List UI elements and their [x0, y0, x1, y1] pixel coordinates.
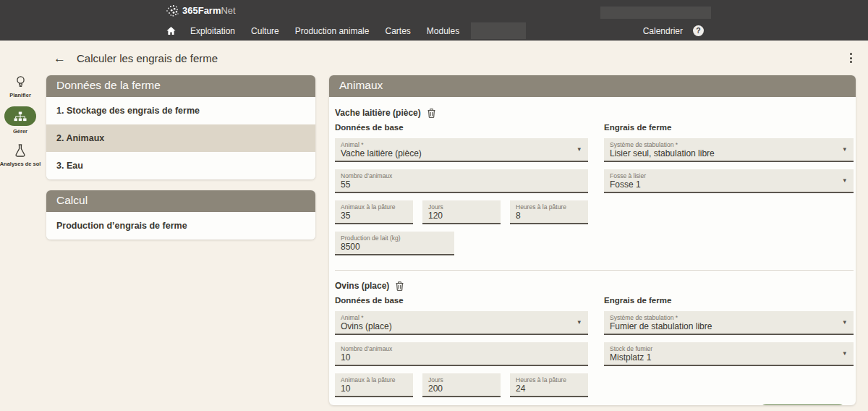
rail-item-analyses-de-sol[interactable]: Analyses de sol — [0, 143, 41, 167]
pasture-animals-input[interactable]: Animaux à la pâture 10 — [335, 373, 413, 397]
animals-panel-footer: Ajouter un animal — [335, 404, 854, 405]
help-icon[interactable]: ? — [693, 25, 704, 36]
section-divider — [335, 270, 854, 271]
chevron-down-icon: ▾ — [843, 349, 846, 357]
nav-modules[interactable]: Modules — [419, 26, 467, 36]
animal-section-vache-laitiere: Vache laitière (pièce) — [335, 108, 854, 263]
manure-storage-select[interactable]: Stock de fumier Mistplatz 1 ▾ — [604, 342, 854, 366]
back-arrow-icon[interactable]: ← — [54, 52, 66, 64]
slurry-pit-select[interactable]: Fosse à lisier Fosse 1 ▾ — [604, 169, 854, 193]
trash-icon[interactable] — [427, 109, 435, 118]
kebab-menu-icon[interactable] — [846, 50, 856, 66]
content-columns: Données de la ferme 1. Stockage des engr… — [41, 75, 868, 405]
animal-select[interactable]: Animal * Ovins (place) ▾ — [335, 311, 588, 335]
animal-count-input[interactable]: Nombre d’animaux 10 — [335, 342, 588, 366]
add-animal-button[interactable]: Ajouter un animal — [757, 404, 848, 405]
animal-section-ovins: Ovins (place) Données — [335, 281, 854, 404]
chevron-down-icon: ▾ — [577, 318, 581, 326]
manure-column: Engrais de ferme Système de stabulation … — [604, 122, 854, 200]
days-input[interactable]: Jours 120 — [422, 200, 501, 224]
animal-section-name: Ovins (place) — [335, 281, 389, 291]
step-item-stockage[interactable]: 1. Stockage des engrais de ferme — [46, 97, 315, 124]
topbar-logo-row: 365FarmNet — [0, 0, 868, 21]
chevron-down-icon: ▾ — [843, 318, 846, 326]
left-icon-rail: Planifier — [0, 41, 41, 411]
animal-section-name: Vache laitière (pièce) — [335, 108, 421, 118]
manure-heading: Engrais de ferme — [604, 295, 854, 305]
top-navigation-bar: 365FarmNet Exploitation Culture Producti… — [0, 0, 868, 41]
calc-panel: Calcul Production d’engrais de ferme — [46, 190, 315, 240]
base-data-column: Données de base Animal * Ovins (place) ▾… — [335, 295, 588, 404]
page-title: Calculer les engrais de ferme — [77, 52, 218, 64]
lightbulb-icon — [14, 74, 27, 90]
housing-system-select[interactable]: Système de stabulation * Lisier seul, st… — [604, 138, 854, 162]
manure-heading: Engrais de ferme — [604, 122, 854, 132]
logo-text: 365FarmNet — [182, 5, 236, 16]
step-item-eau[interactable]: 3. Eau — [46, 152, 315, 179]
base-data-column: Données de base Animal * Vache laitière … — [335, 122, 588, 263]
manure-column: Engrais de ferme Système de stabulation … — [604, 295, 854, 373]
animals-panel: Animaux Vache laitière (pièce) — [329, 75, 856, 405]
animals-panel-body: Vache laitière (pièce) — [329, 97, 856, 405]
active-pill — [4, 106, 36, 126]
pasture-animals-input[interactable]: Animaux à la pâture 35 — [335, 200, 413, 224]
trash-icon[interactable] — [396, 281, 404, 291]
page-layout: Planifier — [0, 41, 868, 411]
rail-item-gerer[interactable]: Gérer — [4, 106, 36, 135]
nav-production-animale[interactable]: Production animale — [287, 26, 378, 36]
farm-data-panel-title: Données de la ferme — [46, 75, 315, 97]
redacted-search-field[interactable] — [600, 7, 711, 19]
nav-cartes[interactable]: Cartes — [377, 26, 418, 36]
animal-select[interactable]: Animal * Vache laitière (pièce) ▾ — [335, 138, 588, 162]
housing-system-select[interactable]: Système de stabulation * Fumier de stabu… — [604, 311, 854, 335]
sitemap-icon — [14, 111, 27, 122]
rail-item-planifier[interactable]: Planifier — [9, 74, 31, 98]
calc-item-production[interactable]: Production d’engrais de ferme — [46, 212, 315, 240]
chevron-down-icon: ▾ — [843, 177, 846, 184]
page-title-bar: ← Calculer les engrais de ferme — [41, 41, 868, 75]
calc-panel-title: Calcul — [46, 190, 315, 212]
logo[interactable]: 365FarmNet — [165, 4, 236, 18]
chevron-down-icon: ▾ — [843, 145, 846, 153]
main-content: ← Calculer les engrais de ferme Données … — [41, 41, 868, 411]
milk-production-input[interactable]: Production de lait (kg) 8500 — [335, 232, 454, 255]
logo-dots-icon — [165, 4, 179, 18]
nav-calendrier[interactable]: Calendrier — [643, 26, 683, 36]
farm-data-panel: Données de la ferme 1. Stockage des engr… — [46, 75, 315, 179]
animals-panel-title: Animaux — [329, 75, 856, 97]
topbar-nav-row: Exploitation Culture Production animale … — [0, 21, 868, 41]
redacted-nav-item[interactable] — [471, 22, 526, 39]
flask-icon — [14, 143, 26, 158]
pasture-hours-input[interactable]: Heures à la pâture 8 — [510, 200, 588, 224]
topbar-right: Calendrier ? — [643, 25, 704, 36]
left-column: Données de la ferme 1. Stockage des engr… — [46, 75, 315, 240]
step-item-animaux[interactable]: 2. Animaux — [46, 124, 315, 152]
base-data-heading: Données de base — [335, 295, 588, 305]
pasture-hours-input[interactable]: Heures à la pâture 24 — [510, 373, 588, 397]
nav-culture[interactable]: Culture — [243, 26, 287, 36]
chevron-down-icon: ▾ — [577, 145, 581, 153]
home-icon[interactable] — [166, 26, 176, 35]
nav-exploitation[interactable]: Exploitation — [182, 26, 243, 36]
days-input[interactable]: Jours 200 — [422, 373, 501, 397]
animal-count-input[interactable]: Nombre d’animaux 55 — [335, 169, 588, 193]
base-data-heading: Données de base — [335, 122, 588, 132]
